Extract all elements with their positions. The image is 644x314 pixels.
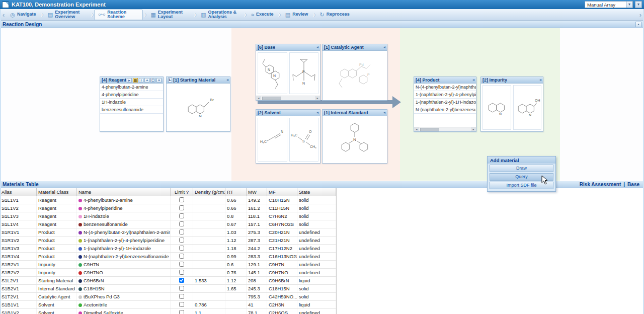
limit-checkbox[interactable] [179, 213, 184, 218]
panel-base-header[interactable]: [6] Base ◂ [256, 44, 320, 51]
limit-checkbox[interactable] [179, 197, 184, 202]
table-row[interactable]: S1B2V1Internal StandardC18H15N1.65245.3C… [0, 285, 336, 293]
column-header-alias[interactable]: Alias [0, 188, 37, 196]
panel-starting-material-header[interactable]: L [1] Starting Material ◂ [167, 77, 230, 84]
workflow-step-experiment-layout[interactable]: ▦Experiment Layout [146, 10, 193, 20]
column-header-mf[interactable]: MF [267, 188, 297, 196]
workflow-scroll-left-icon[interactable]: ‹ [1, 11, 6, 19]
scrollbar-thumb[interactable] [262, 97, 281, 100]
internal-standard-structure[interactable]: N [323, 116, 387, 163]
solvent-structure-dmso[interactable]: H₃C S O CH₃ [289, 118, 319, 162]
workflow-step-operations-analysis[interactable]: ▥Operations & Analysis [197, 10, 243, 20]
limit-checkbox[interactable] [179, 221, 184, 226]
table-row[interactable]: S1L2V1Starting MaterialC9H6BrN1.5331.122… [0, 277, 336, 285]
workflow-step-reprocess[interactable]: ↻Reprocess [316, 10, 354, 20]
base-structure-2[interactable]: P N [289, 52, 319, 94]
impurity-structure-2[interactable]: OH N [513, 85, 542, 130]
array-mode-select[interactable]: Manual Array ▼ [585, 1, 633, 8]
limit-checkbox[interactable] [179, 310, 184, 314]
collapse-section-button[interactable]: ▴ [635, 22, 641, 27]
limit-checkbox[interactable] [179, 205, 184, 210]
product-item[interactable]: N-(4-phenylbutan-2-yl)naphthalen-2-amine [414, 84, 476, 91]
column-header-rt[interactable]: RT [225, 188, 247, 196]
expand-icon[interactable]: ▸ [127, 78, 132, 83]
limit-checkbox[interactable] [179, 278, 184, 283]
column-header-state[interactable]: State [297, 188, 336, 196]
workflow-step-review[interactable]: ▤Review [281, 10, 312, 20]
base-link[interactable]: Base [627, 182, 639, 187]
limit-checkbox[interactable] [179, 262, 184, 267]
table-row[interactable]: S1L1V1Reagent4-phenylbutan-2-amine0.6614… [0, 196, 336, 204]
table-row[interactable]: S1L1V3Reagent1H-indazole0.8118.1C7H6N2so… [0, 212, 336, 220]
product-item[interactable]: 1-(naphthalen-2-yl)-4-phenylpiperidine [414, 91, 476, 99]
table-row[interactable]: S1R1V3Product1-(naphthalen-2-yl)-1H-inda… [0, 245, 336, 253]
workflow-scroll-right-icon[interactable]: › [638, 11, 643, 19]
workflow-step-experiment-overview[interactable]: ▤Experiment Overview [44, 10, 90, 20]
column-header-class[interactable]: Material Class [37, 188, 77, 196]
color-icon[interactable]: ▤ [133, 78, 138, 83]
chevron-down-icon[interactable]: ▼ [626, 2, 632, 8]
table-row[interactable]: S1R2V1ImpurityC9H7N0.6129.1C9H7Nundefine… [0, 261, 336, 269]
scroll-right-icon[interactable]: ▸ [471, 127, 476, 131]
info-icon[interactable]: i [139, 78, 144, 83]
panel-catalytic-agent-header[interactable]: [1] Catalytic Agent ◂ [323, 44, 387, 51]
table-row[interactable]: S1R1V4ProductN-(naphthalen-2-yl)benzenes… [0, 253, 336, 261]
table-row[interactable]: S1T2V1Catalytic AgenttBuXPhos Pd G3795.3… [0, 293, 336, 301]
workflow-step-reaction-scheme[interactable]: o+oReaction Scheme [94, 10, 143, 20]
draw-button[interactable]: Draw [490, 165, 553, 172]
limit-checkbox[interactable] [179, 229, 184, 234]
table-row[interactable]: S1B1V2SolventDimethyl Sulfoxide1.178.1C2… [0, 309, 336, 314]
table-row[interactable]: S1R1V2Product1-(naphthalen-2-yl)-4-pheny… [0, 237, 336, 245]
starting-material-structure[interactable]: Br N [167, 84, 230, 131]
table-row[interactable]: S1L1V2Reagent4-phenylpiperidine0.66161.2… [0, 204, 336, 212]
collapse-icon[interactable]: ◂ [316, 45, 318, 49]
collapse-icon[interactable]: ◂ [383, 45, 385, 49]
limit-checkbox[interactable] [179, 238, 184, 243]
column-header-name[interactable]: Name [77, 188, 171, 196]
collapse-icon[interactable]: ◂ [472, 78, 474, 82]
table-row[interactable]: S1R2V2ImpurityC9H7NO0.76145.1C9H7NOundef… [0, 269, 336, 277]
impurity-structure-1[interactable]: N [482, 85, 511, 130]
limit-checkbox[interactable] [179, 254, 184, 259]
base-structure-1[interactable]: N N [258, 52, 287, 94]
collapse-icon[interactable]: ◂ [383, 111, 385, 115]
box-icon[interactable]: ☐ [150, 78, 155, 83]
limit-checkbox[interactable] [179, 270, 184, 275]
limit-checkbox[interactable] [179, 246, 184, 251]
panel-reagent-header[interactable]: [4] Reagent ▸ ▤ i + ☐ × [100, 77, 163, 84]
solvent-structure-acetonitrile[interactable]: H₃C N [258, 118, 287, 162]
product-item[interactable]: 1-(naphthalen-2-yl)-1H-indazole [414, 99, 476, 106]
column-header-limit[interactable]: Limit ? [171, 188, 193, 196]
options-button[interactable]: ▼ [635, 1, 642, 8]
product-item[interactable]: N-(naphthalen-2-yl)benzenesulfonamide [414, 106, 476, 114]
reagent-item[interactable]: 4-phenylpiperidine [100, 91, 163, 99]
column-header-density[interactable]: Density (g/cm3) [193, 188, 225, 196]
scroll-left-icon[interactable]: ◂ [414, 127, 419, 131]
panel-solvent-header[interactable]: [2] Solvent ◂ [256, 110, 320, 116]
reagent-item[interactable]: 1H-indazole [100, 99, 163, 106]
collapse-icon[interactable]: ◂ [316, 111, 318, 115]
collapse-icon[interactable]: ◂ [539, 78, 541, 82]
table-row[interactable]: S1R1V1ProductN-(4-phenylbutan-2-yl)napht… [0, 228, 336, 237]
table-row[interactable]: S1L1V4Reagentbenzenesulfonamide0.67157.1… [0, 220, 336, 228]
table-row[interactable]: S1B1V1SolventAcetonitrile0.78641C2H3Nliq… [0, 301, 336, 309]
limit-checkbox[interactable] [179, 294, 184, 299]
panel-impurity-header[interactable]: [2] Impurity ◂ [481, 77, 543, 84]
limit-checkbox[interactable] [179, 302, 184, 307]
risk-assessment-link[interactable]: Risk Assessment [580, 182, 621, 187]
delete-icon[interactable]: × [156, 78, 162, 83]
workflow-step-execute[interactable]: ≈Execute [247, 10, 278, 20]
catalytic-agent-structure[interactable]: Pd P [323, 51, 387, 100]
scroll-left-icon[interactable]: ◂ [256, 96, 261, 100]
panel-internal-standard-header[interactable]: [1] Internal Standard ◂ [323, 110, 387, 116]
collapse-icon[interactable]: ◂ [226, 78, 228, 82]
product-panel-scrollbar[interactable]: ◂ ▸ [414, 127, 476, 131]
column-header-mw[interactable]: MW [247, 188, 267, 196]
base-panel-scrollbar[interactable]: ◂ ▸ [256, 96, 320, 100]
panel-product-header[interactable]: [4] Product ◂ [414, 77, 476, 84]
workflow-step-navigate[interactable]: ◎Navigate [6, 10, 40, 20]
reagent-item[interactable]: benzenesulfonamide [100, 106, 163, 114]
scrollbar-thumb[interactable] [420, 128, 439, 131]
limit-checkbox[interactable] [179, 286, 184, 291]
add-icon[interactable]: + [144, 78, 149, 83]
